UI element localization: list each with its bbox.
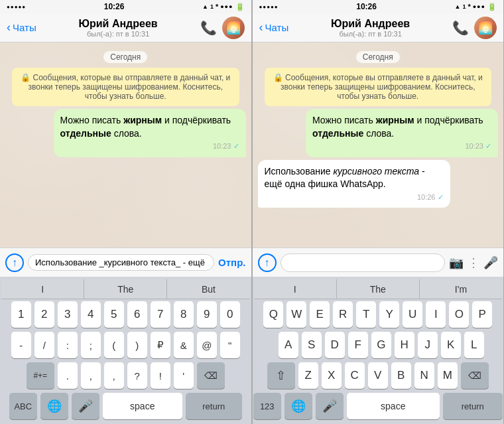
key-backspace-left[interactable]: ⌫ (197, 362, 225, 389)
message-input-left[interactable] (28, 254, 214, 271)
key-I[interactable]: I (426, 301, 446, 328)
phone-icon-left[interactable]: 📞 (200, 20, 217, 36)
key-mic-left[interactable]: 🎤 (72, 393, 99, 419)
key-return-left[interactable]: return (186, 393, 242, 419)
key-K[interactable]: K (441, 332, 461, 358)
key-shift[interactable]: ⇧ (267, 362, 295, 389)
key-question[interactable]: ? (127, 362, 147, 389)
key-at[interactable]: @ (197, 332, 217, 358)
key-apostrophe[interactable]: ' (174, 362, 194, 389)
input-area-left: ↑ Отпр. (0, 247, 251, 277)
key-9[interactable]: 9 (197, 301, 217, 328)
key-return-right[interactable]: return (443, 393, 503, 419)
key-exclaim[interactable]: ! (151, 362, 170, 389)
key-123-right[interactable]: 123 (253, 393, 281, 419)
key-1[interactable]: 1 (11, 301, 31, 328)
key-comma3[interactable]: ‚ (104, 362, 124, 389)
key-T[interactable]: T (356, 301, 376, 328)
sent-time-left: 10:23 ✓ (60, 141, 239, 151)
suggestion-I-right[interactable]: I (254, 279, 337, 299)
key-4[interactable]: 4 (81, 301, 101, 328)
key-space-right[interactable]: space (347, 393, 440, 419)
send-btn-left[interactable]: Отпр. (218, 257, 245, 268)
key-semicolon[interactable]: ; (81, 332, 101, 358)
key-W[interactable]: W (286, 301, 306, 328)
key-8[interactable]: 8 (174, 301, 194, 328)
keyboard-qwerty: I The I'm Q W E R T Y U I O P A S D F G … (253, 277, 504, 424)
status-time-left: 10:26 (104, 2, 125, 11)
system-message-right[interactable]: 🔒 Сообщения, которые вы отправляете в да… (265, 68, 492, 106)
key-abc[interactable]: ABC (9, 393, 37, 419)
key-R[interactable]: R (333, 301, 353, 328)
chat-area-right[interactable]: Сегодня 🔒 Сообщения, которые вы отправля… (253, 42, 504, 247)
key-0[interactable]: 0 (220, 301, 240, 328)
received-time-right: 10:26 ✓ (265, 192, 444, 202)
key-colon[interactable]: : (58, 332, 78, 358)
key-E[interactable]: E (310, 301, 330, 328)
key-L[interactable]: L (464, 332, 484, 358)
key-6[interactable]: 6 (127, 301, 147, 328)
key-S[interactable]: S (302, 332, 322, 358)
suggestion-But-left[interactable]: But (167, 279, 249, 299)
key-Y[interactable]: Y (379, 301, 399, 328)
key-backspace-right[interactable]: ⌫ (461, 362, 489, 389)
key-A[interactable]: A (279, 332, 298, 358)
avatar-left[interactable]: 🌅 (222, 17, 245, 39)
key-globe-right[interactable]: 🌐 (284, 393, 312, 419)
keyboard-numeric: I The But 1 2 3 4 5 6 7 8 9 0 - / : ; ( … (0, 277, 251, 424)
key-M[interactable]: M (438, 362, 458, 389)
system-message-left[interactable]: 🔒 Сообщения, которые вы отправляете в да… (12, 68, 239, 106)
dots-icon-right[interactable]: ⋮ (468, 255, 479, 270)
key-ruble[interactable]: ₽ (151, 332, 170, 358)
key-space-left[interactable]: space (103, 393, 182, 419)
key-quote[interactable]: " (220, 332, 240, 358)
key-comma2[interactable]: , (81, 362, 101, 389)
avatar-right[interactable]: 🌅 (474, 17, 497, 39)
mic-icon-right[interactable]: 🎤 (483, 255, 498, 270)
key-mic-right[interactable]: 🎤 (316, 393, 344, 419)
key-ampersand[interactable]: & (174, 332, 194, 358)
key-P[interactable]: P (472, 301, 492, 328)
key-2[interactable]: 2 (34, 301, 54, 328)
kbd-row-qwerty1: Q W E R T Y U I O P (254, 299, 503, 330)
key-X[interactable]: X (322, 362, 342, 389)
key-Z[interactable]: Z (298, 362, 318, 389)
suggestion-The-right[interactable]: The (337, 279, 420, 299)
suggestion-I-left[interactable]: I (1, 279, 84, 299)
back-button-left[interactable]: ‹ Чаты (7, 21, 36, 35)
key-paren-close[interactable]: ) (127, 332, 147, 358)
key-J[interactable]: J (418, 332, 438, 358)
voice-btn-left[interactable]: ↑ (5, 253, 24, 272)
key-3[interactable]: 3 (58, 301, 78, 328)
message-input-right[interactable] (281, 253, 446, 272)
key-N[interactable]: N (414, 362, 434, 389)
key-O[interactable]: O (449, 301, 469, 328)
status-dots-left: ●●●●● (7, 4, 26, 10)
key-5[interactable]: 5 (104, 301, 124, 328)
key-G[interactable]: G (371, 332, 391, 358)
key-H[interactable]: H (395, 332, 414, 358)
suggestion-Im-right[interactable]: I'm (420, 279, 502, 299)
key-B[interactable]: B (391, 362, 411, 389)
back-button-right[interactable]: ‹ Чаты (259, 21, 289, 35)
key-hashplus[interactable]: #+= (27, 362, 54, 389)
key-Q[interactable]: Q (263, 301, 283, 328)
key-7[interactable]: 7 (151, 301, 170, 328)
suggestion-The-left[interactable]: The (84, 279, 167, 299)
key-dash[interactable]: - (11, 332, 31, 358)
chat-area-left[interactable]: Сегодня 🔒 Сообщения, которые вы отправля… (0, 42, 251, 247)
key-slash[interactable]: / (34, 332, 54, 358)
key-F[interactable]: F (348, 332, 368, 358)
key-V[interactable]: V (368, 362, 388, 389)
key-dot[interactable]: . (58, 362, 78, 389)
status-icons-right: ▲ 1 * ●●● 🔋 (454, 3, 497, 11)
key-C[interactable]: C (345, 362, 365, 389)
key-D[interactable]: D (325, 332, 345, 358)
phone-icon-right[interactable]: 📞 (452, 20, 469, 36)
key-U[interactable]: U (403, 301, 422, 328)
key-globe-left[interactable]: 🌐 (40, 393, 68, 419)
voice-btn-right[interactable]: ↑ (258, 253, 277, 272)
kbd-row-qwerty3: ⇧ Z X C V B N M ⌫ (254, 360, 503, 391)
key-paren-open[interactable]: ( (104, 332, 124, 358)
camera-icon-right[interactable]: 📷 (449, 255, 464, 270)
